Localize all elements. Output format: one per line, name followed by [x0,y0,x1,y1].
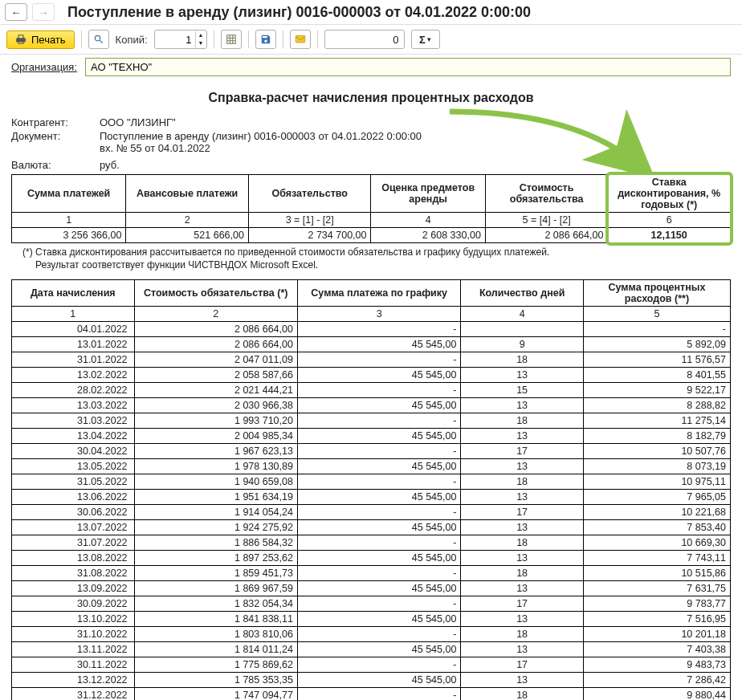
detail-colnum: 2 [134,307,297,322]
grid-button[interactable] [221,30,242,49]
detail-cell: 1 803 810,06 [134,627,297,642]
detail-cell: 7 286,42 [583,673,730,688]
detail-cell: 9 783,77 [583,596,730,612]
magnifier-icon [93,34,104,45]
title-bar: ← → Поступление в аренду (лизинг) 0016-0… [0,0,742,25]
detail-cell: 2 004 985,34 [134,429,297,444]
footnote-2: Результат соответствует функции ЧИСТВНДО… [35,259,731,272]
detail-cell: 13.09.2022 [12,581,135,596]
table-row: 13.04.20222 004 985,3445 545,00138 182,7… [12,429,731,444]
summary-formula-cell: 2 [126,213,249,228]
detail-cell: 13.11.2022 [12,642,135,657]
mail-button[interactable] [290,30,311,49]
detail-cell: 1 897 253,62 [134,551,297,566]
detail-cell: - [297,383,460,398]
detail-cell: 30.11.2022 [12,657,135,673]
detail-cell: - [297,627,460,642]
detail-cell: 18 [461,352,584,368]
detail-cell: 10 201,18 [583,627,730,642]
detail-cell: 31.12.2022 [12,688,135,700]
window-title: Поступление в аренду (лизинг) 0016-00000… [67,4,531,21]
detail-cell: 13 [461,612,584,627]
detail-cell: 13.06.2022 [12,490,135,505]
sum-button[interactable]: Σ▾ [411,30,440,49]
summary-header: Стоимость обязательства [485,175,608,213]
table-row: 04.01.20222 086 664,00-- [12,322,731,337]
detail-cell: 45 545,00 [297,520,460,535]
table-row: 31.10.20221 803 810,06-1810 201,18 [12,627,731,642]
table-row: 31.05.20221 940 659,08-1810 975,11 [12,474,731,490]
detail-cell: - [297,596,460,612]
detail-cell: 13.04.2022 [12,429,135,444]
detail-cell: 30.06.2022 [12,505,135,520]
summary-data-cell: 521 666,00 [126,228,249,243]
table-row: 13.09.20221 869 967,5945 545,00137 631,7… [12,581,731,596]
currency-label: Валюта: [11,159,100,171]
detail-cell: 10 975,11 [583,474,730,490]
detail-cell: 1 978 130,89 [134,459,297,474]
detail-cell: 17 [461,444,584,459]
detail-cell: 13.01.2022 [12,337,135,352]
detail-cell: 30.09.2022 [12,596,135,612]
save-button[interactable] [255,30,276,49]
sigma-icon: Σ [419,34,426,46]
print-button[interactable]: Печать [6,31,75,49]
detail-cell: 18 [461,627,584,642]
detail-colnum: 5 [583,307,730,322]
detail-cell: 8 401,55 [583,368,730,383]
detail-cell: 7 631,75 [583,581,730,596]
detail-cell: 13.12.2022 [12,673,135,688]
detail-cell: 17 [461,596,584,612]
detail-cell: - [297,322,460,337]
currency-value: руб. [100,159,120,171]
detail-cell: 45 545,00 [297,673,460,688]
copies-input[interactable] [155,32,195,47]
detail-cell: 18 [461,566,584,581]
copies-spinner[interactable]: ▲ ▼ [154,30,207,49]
back-button[interactable]: ← [5,3,27,21]
detail-cell: - [297,505,460,520]
table-row: 31.01.20222 047 011,09-1811 576,57 [12,352,731,368]
table-row: 31.03.20221 993 710,20-1811 275,14 [12,413,731,429]
detail-cell: 31.03.2022 [12,413,135,429]
detail-cell: 45 545,00 [297,459,460,474]
forward-button[interactable]: → [32,3,55,21]
detail-cell: 1 924 275,92 [134,520,297,535]
detail-cell: 13.03.2022 [12,398,135,413]
detail-cell: 13.08.2022 [12,551,135,566]
floppy-icon [260,34,271,45]
detail-cell: - [297,688,460,700]
table-row: 13.02.20222 058 587,6645 545,00138 401,5… [12,368,731,383]
summary-formula-cell: 1 [12,213,126,228]
detail-header: Сумма процентных расходов (**) [583,280,730,307]
summary-data-cell: 3 256 366,00 [12,228,126,243]
detail-cell: - [297,474,460,490]
detail-cell: 9 483,73 [583,657,730,673]
detail-cell: 1 859 451,73 [134,566,297,581]
detail-table: Дата начисленияСтоимость обязательства (… [11,279,731,700]
summary-table: Сумма платежейАвансовые платежиОбязатель… [11,174,731,243]
detail-cell: - [583,322,730,337]
summary-data-cell: 2 608 330,00 [371,228,485,243]
summary-formula-cell: 6 [608,213,731,228]
detail-cell: 13.05.2022 [12,459,135,474]
detail-cell: 2 086 664,00 [134,337,297,352]
detail-cell: 45 545,00 [297,337,460,352]
table-row: 13.11.20221 814 011,2445 545,00137 403,3… [12,642,731,657]
summary-header: Сумма платежей [12,175,126,213]
detail-cell: 28.02.2022 [12,383,135,398]
svg-rect-0 [226,35,235,44]
footnote-1: (*) Ставка дисконтирования рассчитываетс… [22,246,731,259]
copies-up[interactable]: ▲ [196,31,206,39]
preview-button[interactable] [88,30,109,49]
report-area: Справка-расчет начисления процентных рас… [0,79,742,700]
detail-cell [461,322,584,337]
detail-cell: 18 [461,535,584,551]
detail-cell: 1 914 054,24 [134,505,297,520]
copies-down[interactable]: ▼ [196,39,206,47]
detail-cell: 13 [461,520,584,535]
print-label: Печать [31,34,66,46]
org-input[interactable] [85,58,731,76]
summary-formula-cell: 4 [371,213,485,228]
detail-cell: 1 841 838,11 [134,612,297,627]
